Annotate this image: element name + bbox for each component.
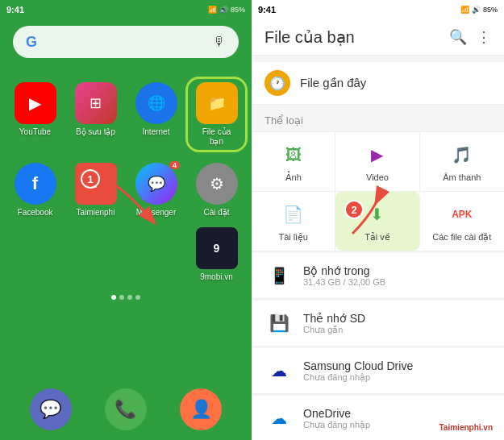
samsung-cloud-info: Samsung Cloud Drive Chưa đăng nhập	[303, 359, 491, 383]
youtube-label: YouTube	[19, 127, 51, 137]
dot-1	[111, 295, 116, 300]
watermark: Taimienphi.vn	[435, 421, 498, 434]
app-gallery[interactable]: ⊞ Bộ sưu tập	[67, 79, 124, 150]
category-apk[interactable]: APK Các file cài đặt	[420, 192, 504, 251]
right-battery-icon: 85%	[483, 6, 498, 14]
category-docs[interactable]: 📄 Tài liệu	[252, 192, 335, 251]
facebook-label: Facebook	[18, 208, 53, 218]
category-photos[interactable]: 🖼 Ảnh	[252, 132, 335, 192]
more-icon[interactable]: ⋮	[477, 28, 491, 46]
right-phone-screen: 9:41 📶 🔊 85% File của bạn 🔍 ⋮ 🕐 File gần…	[252, 0, 504, 440]
internal-icon: 📱	[264, 261, 294, 290]
docs-icon: 📄	[279, 200, 308, 229]
storage-sd[interactable]: 💾 Thẻ nhớ SD Chưa gắn	[252, 301, 504, 347]
dot-4	[135, 295, 140, 300]
dock-phone[interactable]: 📞	[105, 388, 147, 430]
settings-label: Cài đặt	[203, 208, 229, 218]
category-audio[interactable]: 🎵 Âm thanh	[420, 132, 504, 192]
left-time: 9:41	[6, 5, 24, 15]
internal-info: Bộ nhớ trong 31,43 GB / 32,00 GB	[303, 264, 491, 287]
app-facebook[interactable]: f Facebook	[6, 160, 64, 221]
right-status-bar: 9:41 📶 🔊 85%	[252, 0, 504, 19]
page-title: File của bạn	[264, 27, 355, 47]
photos-label: Ảnh	[285, 172, 302, 183]
app-youtube[interactable]: ▶ YouTube	[6, 79, 64, 150]
files-label: File củabạn	[202, 127, 231, 147]
search-icon[interactable]: 🔍	[449, 28, 467, 46]
apk-icon: APK	[448, 200, 477, 229]
onedrive-icon: ☁	[264, 404, 294, 433]
app-9mobi[interactable]: 9 9mobi.vn	[188, 224, 245, 285]
sd-detail: Chưa gắn	[303, 325, 491, 335]
battery-icon: 85%	[231, 6, 245, 14]
storage-samsung-cloud[interactable]: ☁ Samsung Cloud Drive Chưa đăng nhập	[252, 348, 504, 394]
samsung-cloud-name: Samsung Cloud Drive	[303, 359, 491, 372]
audio-icon: 🎵	[448, 140, 477, 169]
google-logo: G	[26, 34, 37, 51]
app-settings[interactable]: ⚙ Cài đặt	[188, 160, 245, 221]
dot-3	[127, 295, 132, 300]
left-status-icons: 📶 🔊 85%	[208, 6, 245, 14]
samsung-cloud-icon: ☁	[264, 356, 294, 385]
wifi-icon: 🔊	[219, 6, 228, 14]
category-title: Thể loại	[252, 111, 504, 131]
app-grid: ▶ YouTube ⊞ Bộ sưu tập 🌐 Internet 📁 File…	[0, 73, 252, 156]
9mobi-icon: 9	[196, 227, 238, 269]
internet-label: Internet	[143, 127, 170, 137]
sd-name: Thẻ nhớ SD	[303, 312, 491, 325]
facebook-icon: f	[15, 163, 56, 205]
app-files[interactable]: 📁 File củabạn	[188, 79, 245, 150]
dock-contacts[interactable]: 👤	[180, 388, 222, 430]
dot-2	[119, 295, 124, 300]
right-signal-icon: 📶	[460, 6, 469, 14]
internal-detail: 31,43 GB / 32,00 GB	[303, 277, 491, 287]
annotation-2-badge: 2	[344, 200, 364, 219]
microphone-icon: 🎙	[213, 35, 226, 49]
annotation-2-group: 2	[344, 200, 364, 219]
sd-info: Thẻ nhớ SD Chưa gắn	[303, 312, 491, 335]
photos-icon: 🖼	[279, 140, 308, 169]
gallery-icon: ⊞	[75, 82, 117, 124]
right-time: 9:41	[258, 5, 276, 15]
apk-label: Các file cài đặt	[432, 232, 491, 243]
bottom-dock: 💬 📞 👤	[0, 388, 252, 430]
header-action-icons: 🔍 ⋮	[449, 28, 491, 46]
right-status-icons: 📶 🔊 85%	[460, 6, 498, 14]
clock-icon: 🕐	[264, 70, 290, 96]
right-header: File của bạn 🔍 ⋮	[252, 19, 504, 56]
recent-files-label: File gần đây	[300, 76, 366, 90]
internal-name: Bộ nhớ trong	[303, 264, 491, 277]
category-video[interactable]: ▶ Video	[335, 132, 419, 192]
storage-internal[interactable]: 📱 Bộ nhớ trong 31,43 GB / 32,00 GB	[252, 253, 504, 299]
right-wifi-icon: 🔊	[472, 6, 481, 14]
settings-icon: ⚙	[196, 163, 238, 205]
left-status-bar: 9:41 📶 🔊 85%	[0, 0, 252, 19]
storage-list: 📱 Bộ nhớ trong 31,43 GB / 32,00 GB 💾 Thẻ…	[252, 251, 504, 440]
annotation-1-badge: 1	[81, 169, 100, 189]
internet-icon: 🌐	[135, 82, 177, 124]
9mobi-label: 9mobi.vn	[200, 272, 233, 282]
dock-messages[interactable]: 💬	[30, 388, 72, 430]
signal-icon: 📶	[208, 6, 217, 14]
audio-label: Âm thanh	[443, 172, 481, 182]
page-dots	[0, 295, 252, 300]
docs-label: Tài liệu	[278, 232, 307, 243]
samsung-cloud-detail: Chưa đăng nhập	[303, 372, 491, 383]
sd-icon: 💾	[264, 309, 294, 338]
left-phone-screen: 9:41 📶 🔊 85% G 🎙 ▶ YouTube ⊞ Bộ sưu tập …	[0, 0, 252, 440]
files-icon: 📁	[196, 82, 238, 124]
app-internet[interactable]: 🌐 Internet	[127, 79, 185, 150]
onedrive-name: OneDrive	[303, 407, 491, 420]
gallery-label: Bộ sưu tập	[76, 127, 115, 137]
video-label: Video	[366, 172, 389, 182]
youtube-icon: ▶	[15, 82, 56, 124]
search-bar[interactable]: G 🎙	[13, 26, 239, 58]
recent-files-row[interactable]: 🕐 File gần đây	[252, 62, 504, 105]
video-icon: ▶	[363, 140, 392, 169]
annotation-1-group: 1	[81, 169, 100, 189]
